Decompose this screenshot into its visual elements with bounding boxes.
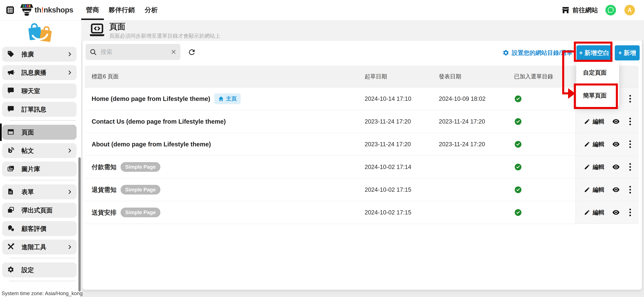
menu-item-custom-page[interactable]: 自定頁面	[576, 61, 619, 84]
table-row: 送貨安排 Simple Page 2024-10-02 17:15 編輯	[85, 201, 638, 224]
sidebar-item-0[interactable]: 推廣	[2, 47, 76, 62]
page-title-cell: Home (demo page from Lifestyle theme) 主頁	[92, 88, 241, 110]
edit-button[interactable]: 編輯	[584, 118, 604, 126]
sidebar-divider	[9, 120, 76, 121]
page-title-cell: About (demo page from Lifestyle theme)	[92, 133, 211, 155]
sidebar-item-1[interactable]: 訊息廣播	[2, 65, 76, 80]
search-input[interactable]	[100, 49, 171, 56]
sidebar-item-4[interactable]: 頁面	[2, 125, 76, 140]
tag-icon	[7, 50, 15, 58]
gallery-icon	[7, 165, 15, 173]
in-menu-check-icon	[514, 118, 522, 125]
storefront-icon	[562, 7, 569, 14]
sidebar-item-label: 進階工具	[22, 243, 67, 251]
home-page-badge: 主頁	[214, 93, 241, 104]
search-icon	[90, 49, 97, 56]
clear-search-icon[interactable]: ✕	[171, 49, 176, 56]
draft-date: 2023-11-24 17:20	[364, 110, 411, 133]
draft-date: 2024-10-02 17:14	[364, 156, 411, 178]
tab-business[interactable]: 營商	[81, 0, 104, 20]
row-menu-button[interactable]	[629, 117, 631, 126]
chevron-right-icon	[67, 51, 72, 57]
sidebar-item-label: 顧客評價	[22, 224, 72, 233]
page-title-cell: Contact Us (demo page from Lifestyle the…	[92, 110, 226, 133]
page-title: 頁面	[109, 21, 126, 32]
menu-item-simple-page[interactable]: 簡單頁面	[576, 84, 619, 107]
sidebar-item-5[interactable]: 帖文	[2, 143, 76, 158]
table-row: Home (demo page from Lifestyle theme) 主頁…	[85, 88, 638, 110]
page-name: Contact Us (demo page from Lifestyle the…	[92, 118, 226, 125]
sidebar-item-label: 推廣	[22, 50, 67, 59]
publish-date: 2023-11-24 17:20	[439, 110, 485, 133]
sidebar: 推廣 訊息廣播 聊天室 訂單訊息 頁面 帖文 圖片庫 表單 彈出式頁面 顧客評價	[0, 20, 81, 297]
draft-date: 2024-10-14 17:10	[364, 88, 411, 110]
row-menu-button[interactable]	[629, 208, 631, 216]
header-title: 標題6 頁面	[92, 66, 119, 87]
row-menu-button[interactable]	[629, 140, 631, 148]
preview-button[interactable]	[612, 118, 620, 125]
row-menu-button[interactable]	[629, 163, 631, 171]
table-header: 標題6 頁面 起草日期 發表日期 已加入選單目錄	[85, 66, 638, 88]
preview-button[interactable]	[612, 141, 620, 147]
row-menu-button[interactable]	[629, 186, 631, 194]
edit-button[interactable]: 編輯	[584, 163, 604, 171]
page-title-cell: 退貨需知 Simple Page	[92, 178, 160, 201]
chevron-right-icon	[67, 70, 72, 75]
row-actions: 編輯	[576, 201, 638, 224]
user-avatar[interactable]: A	[624, 5, 635, 16]
whatsapp-icon[interactable]	[606, 5, 616, 16]
in-menu-check-icon	[514, 163, 522, 171]
chevron-right-icon	[67, 189, 72, 195]
add-button[interactable]: + 新增	[615, 45, 640, 61]
table-row: 付款需知 Simple Page 2024-10-02 17:14 編輯	[85, 156, 638, 178]
edit-button[interactable]: 編輯	[584, 208, 604, 216]
sidebar-item-3[interactable]: 訂單訊息	[2, 102, 76, 117]
timezone-note: System time zone: Asia/Hong_kong	[2, 290, 82, 296]
page-name: About (demo page from Lifestyle theme)	[92, 141, 211, 148]
sidebar-item-2[interactable]: 聊天室	[2, 84, 76, 98]
draft-date: 2023-11-24 17:20	[364, 133, 411, 155]
sidebar-nav: 推廣 訊息廣播 聊天室 訂單訊息 頁面 帖文 圖片庫 表單 彈出式頁面 顧客評價	[2, 47, 76, 285]
row-actions: 編輯	[576, 110, 638, 133]
sidebar-item-10[interactable]: 進階工具	[2, 239, 76, 254]
simple-page-badge: Simple Page	[120, 208, 160, 217]
gear-icon	[7, 266, 15, 274]
sidebar-scrollbar[interactable]	[78, 157, 81, 291]
apps-grid-icon[interactable]	[6, 6, 14, 15]
go-to-website-link[interactable]: 前往網站	[562, 0, 598, 20]
sidebar-item-6[interactable]: 圖片庫	[2, 161, 76, 176]
thinkshops-logo-icon	[20, 3, 34, 17]
edit-button[interactable]: 編輯	[584, 140, 604, 148]
preview-button[interactable]	[612, 164, 620, 170]
sidebar-item-11[interactable]: 設定	[2, 262, 76, 277]
tab-affiliate-marketing[interactable]: 夥伴行銷	[105, 0, 138, 20]
gear-icon	[502, 49, 509, 56]
sidebar-divider	[9, 258, 76, 258]
sidebar-item-label: 設定	[22, 266, 72, 274]
tab-analytics[interactable]: 分析	[142, 0, 160, 20]
row-actions: 編輯	[576, 156, 638, 178]
refresh-icon[interactable]	[188, 48, 196, 56]
sidebar-item-label: 頁面	[22, 128, 72, 137]
row-actions: 編輯	[576, 133, 638, 155]
chat-icon	[7, 105, 15, 113]
sidebar-item-7[interactable]: 表單	[2, 184, 76, 199]
simple-page-badge: Simple Page	[120, 185, 160, 194]
setup-menu-link[interactable]: 設置您的網站目錄/選單	[502, 48, 572, 57]
pages-table: 標題6 頁面 起草日期 發表日期 已加入選單目錄 Home (demo page…	[85, 66, 638, 224]
preview-button[interactable]	[612, 187, 620, 193]
sidebar-item-8[interactable]: 彈出式頁面	[2, 203, 76, 218]
preview-button[interactable]	[612, 209, 620, 215]
content-card: ✕ 設置您的網站目錄/選單 + 新增空白 + 新增 標題6 頁面 起草日期 發表…	[82, 41, 642, 290]
edit-button[interactable]: 編輯	[584, 186, 604, 194]
row-menu-button[interactable]	[629, 95, 631, 103]
page-name: 送貨安排	[92, 208, 116, 217]
row-actions: 編輯	[576, 178, 638, 201]
sidebar-item-9[interactable]: 顧客評價	[2, 221, 76, 236]
store-logo-icon	[25, 23, 56, 46]
sidebar-item-label: 聊天室	[22, 87, 72, 95]
page-title-cell: 付款需知 Simple Page	[92, 156, 160, 178]
add-blank-button[interactable]: + 新增空白	[576, 45, 612, 61]
page-name: 付款需知	[92, 163, 116, 171]
in-menu-check-icon	[514, 186, 522, 193]
